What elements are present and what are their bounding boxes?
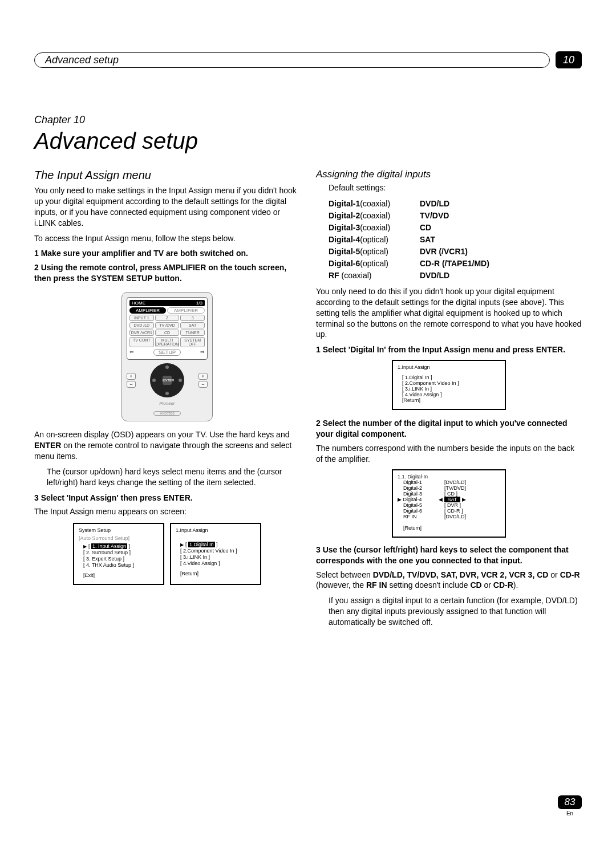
osd-item: [ 4. THX Audio Setup ] bbox=[83, 562, 159, 568]
remote-hard-keys: +− ENTER +− bbox=[127, 363, 208, 397]
grid-btn: DVD /LD bbox=[129, 322, 154, 328]
remote-nav-row: ⬅ SETUP ➡ bbox=[129, 349, 205, 356]
grid-btn: CD bbox=[155, 330, 180, 336]
breadcrumb: Advanced setup bbox=[34, 52, 550, 68]
chapter-number-badge: 10 bbox=[556, 51, 582, 68]
grid-btn: 3 bbox=[180, 315, 205, 321]
step-heading: 3 Use the (cursor left/right) hard keys … bbox=[316, 545, 582, 566]
chapter-title: Advanced setup bbox=[34, 128, 582, 154]
osd-title: 1.Input Assign bbox=[176, 527, 256, 533]
grid-btn: TV CONT bbox=[129, 337, 154, 347]
amplifier-button-active: AMPLIFIER bbox=[129, 307, 166, 314]
osd-item-selected: [ 1.Digital In ] bbox=[402, 375, 500, 380]
body-text: Select between DVD/LD, TV/DVD, SAT, DVR,… bbox=[316, 570, 582, 591]
remote-input-grid: INPUT 1 2 3 DVD /LD TV /DVD SAT DVR /VCR… bbox=[129, 315, 205, 347]
body-text: To access the Input Assign menu, follow … bbox=[34, 233, 300, 244]
osd-item: [ 3.i.LINK In ] bbox=[402, 386, 500, 392]
osd-title: 1.Input Assign bbox=[398, 364, 500, 370]
subsection-heading: Assigning the digital inputs bbox=[316, 169, 582, 180]
grid-btn: TV /DVD bbox=[155, 322, 180, 328]
osd-item: [ 2. Surround Setup ] bbox=[83, 550, 159, 555]
osd-input-assign-2: 1.Input Assign [ 1.Digital In ] [ 2.Comp… bbox=[392, 360, 506, 410]
text: on the remote control to navigate throug… bbox=[34, 441, 291, 461]
enter-button: ENTER bbox=[163, 376, 172, 385]
language-label: En bbox=[558, 810, 582, 816]
text: hard keys and bbox=[240, 430, 290, 439]
bullet-text: If you assign a digital input to a certa… bbox=[329, 595, 582, 628]
up-icon bbox=[165, 365, 169, 369]
osd-return: [Return] bbox=[403, 525, 500, 531]
right-arrow-icon: ➡ bbox=[200, 349, 205, 356]
osd-row-selected: ▶ Digital-4◀ SAT ▶ bbox=[398, 497, 500, 502]
volume-rocker-left: +− bbox=[127, 372, 136, 389]
left-column: The Input Assign menu You only need to m… bbox=[34, 169, 300, 632]
grid-btn: DVR /VCR1 bbox=[129, 330, 154, 336]
brand-label: Pioneer bbox=[127, 401, 208, 406]
down-icon bbox=[165, 392, 169, 395]
body-text: The Input Assign menu appears on screen: bbox=[34, 506, 300, 517]
amplifier-button-inactive: AMPLIFIER bbox=[167, 307, 205, 314]
defaults-label: Default settings: bbox=[329, 182, 582, 193]
osd-grey-item: [Auto Surround Setup] bbox=[79, 535, 159, 541]
osd-return: [Return] bbox=[402, 397, 500, 403]
section-heading: The Input Assign menu bbox=[34, 169, 300, 182]
osd-item: [ 4.Video Assign ] bbox=[402, 392, 500, 397]
body-text: You only need to do this if you didn't h… bbox=[316, 286, 582, 340]
remote-touchscreen: HOME 1/3 AMPLIFIER AMPLIFIER INPUT 1 2 3… bbox=[127, 297, 208, 360]
grid-btn: MULTI OPERATION bbox=[155, 337, 180, 347]
step-heading: 3 Select 'Input Assign' then press ENTER… bbox=[34, 493, 300, 503]
osd-item-selected: [ 1. Input Assign ] bbox=[83, 543, 159, 549]
osd-item: [ 2.Component Video In ] bbox=[180, 548, 256, 554]
remote-control-figure: HOME 1/3 AMPLIFIER AMPLIFIER INPUT 1 2 3… bbox=[121, 292, 213, 421]
osd-title: 1.1. Digital-In bbox=[398, 474, 500, 480]
d-pad: ENTER bbox=[150, 363, 184, 397]
setup-button: SETUP bbox=[153, 349, 181, 356]
osd-system-setup: System Setup [Auto Surround Setup] [ 1. … bbox=[73, 523, 164, 585]
chapter-label: Chapter 10 bbox=[34, 114, 582, 126]
osd-figure-pair: System Setup [Auto Surround Setup] [ 1. … bbox=[34, 523, 300, 585]
remote-home-bar: HOME 1/3 bbox=[129, 300, 205, 306]
step-heading: 1 Make sure your amplifier and TV are bo… bbox=[34, 248, 300, 259]
grid-btn: SYSTEM OFF bbox=[180, 337, 205, 347]
step-heading: 1 Select 'Digital In' from the Input Ass… bbox=[316, 344, 582, 355]
page-indicator: 1/3 bbox=[196, 300, 202, 306]
osd-return: [Exit] bbox=[83, 572, 159, 578]
home-label: HOME bbox=[132, 300, 145, 306]
grid-btn: INPUT 1 bbox=[129, 315, 154, 321]
page-number: 83 bbox=[558, 795, 582, 809]
text: An on-screen display (OSD) appears on yo… bbox=[34, 430, 237, 439]
right-icon bbox=[179, 379, 182, 382]
grid-btn: TUNER bbox=[180, 330, 205, 336]
model-label: AXD7355 bbox=[127, 407, 208, 416]
osd-item: [ 3. Expert Setup ] bbox=[83, 556, 159, 562]
osd-item: [ 4.Video Assign ] bbox=[180, 560, 256, 566]
osd-digital-in: 1.1. Digital-In Digital-1[DVD/LD] Digita… bbox=[392, 469, 506, 538]
page-header: Advanced setup 10 bbox=[34, 51, 582, 68]
osd-input-assign: 1.Input Assign [ 1.Digital In ] [ 2.Comp… bbox=[170, 523, 261, 585]
text-bold: ENTER bbox=[34, 441, 61, 450]
left-arrow-icon: ⬅ bbox=[129, 349, 134, 356]
step-heading: 2 Select the number of the digital input… bbox=[316, 418, 582, 440]
remote-amp-row: AMPLIFIER AMPLIFIER bbox=[129, 307, 205, 314]
body-text: The numbers correspond with the numbers … bbox=[316, 443, 582, 465]
page-footer: 83 En bbox=[558, 795, 582, 816]
defaults-list: Digital-1(coaxial)DVD/LD Digital-2(coaxi… bbox=[329, 198, 582, 282]
osd-item: [ 2.Component Video In ] bbox=[402, 380, 500, 386]
bullet-text: The (cursor up/down) hard keys select me… bbox=[47, 466, 300, 488]
grid-btn: SAT bbox=[180, 322, 205, 328]
left-icon bbox=[152, 379, 156, 382]
osd-item-selected: [ 1.Digital In ] bbox=[180, 542, 256, 547]
osd-return: [Return] bbox=[180, 571, 256, 576]
grid-btn: 2 bbox=[155, 315, 180, 321]
body-text: You only need to make settings in the In… bbox=[34, 185, 300, 229]
right-column: Assigning the digital inputs Default set… bbox=[316, 169, 582, 632]
osd-item: [ 3.i.LINK In ] bbox=[180, 554, 256, 560]
step-heading: 2 Using the remote control, press AMPLIF… bbox=[34, 262, 300, 284]
volume-rocker-right: +− bbox=[198, 372, 208, 389]
body-text: An on-screen display (OSD) appears on yo… bbox=[34, 429, 300, 462]
osd-title: System Setup bbox=[79, 527, 159, 533]
